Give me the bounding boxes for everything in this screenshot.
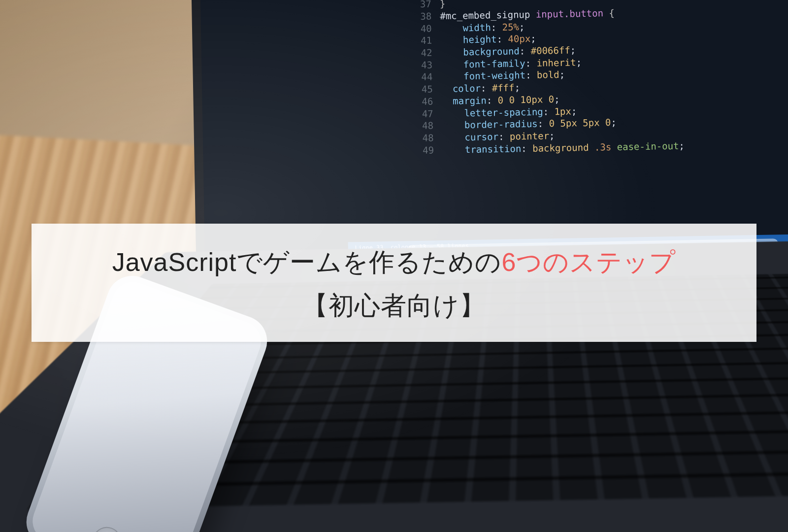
laptop-screen: 32 letter-spacing: 1px;33 text-indent: 5… — [191, 0, 788, 259]
headline-line-1: JavaScriptでゲームを作るための6つのステップ — [45, 240, 743, 284]
code-editor: 32 letter-spacing: 1px;33 text-indent: 5… — [415, 0, 788, 157]
headline-panel: JavaScriptでゲームを作るための6つのステップ 【初心者向け】 — [32, 224, 756, 342]
headline-part1: JavaScriptでゲームを作るための — [112, 248, 502, 276]
headline-line-2: 【初心者向け】 — [45, 284, 743, 327]
headline-accent: 6つのステップ — [501, 248, 676, 276]
